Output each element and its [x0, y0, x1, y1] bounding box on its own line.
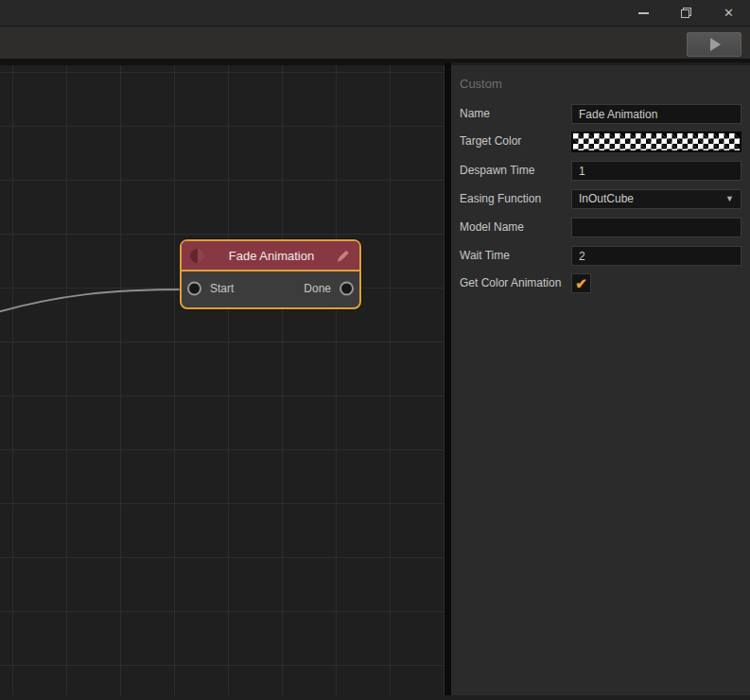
field-label-target-color: Target Color: [460, 131, 521, 151]
chevron-down-icon: ▼: [725, 190, 734, 208]
field-label-easing-function: Easing Function: [460, 189, 541, 209]
toolbar: [0, 26, 750, 62]
titlebar: ✕: [0, 0, 750, 26]
animation-node-icon: [190, 249, 204, 263]
edit-pencil-icon[interactable]: [339, 251, 349, 261]
output-port-label: Done: [304, 282, 331, 295]
panel-splitter[interactable]: [445, 62, 451, 695]
play-button[interactable]: [687, 32, 741, 57]
name-input[interactable]: [571, 104, 741, 124]
restore-button[interactable]: [665, 0, 707, 26]
node-fade-animation[interactable]: Fade Animation Start Done: [180, 239, 361, 309]
get-color-animation-checkbox[interactable]: ✔: [571, 273, 591, 293]
app-window: ✕ Fade Animation Start Done: [0, 0, 750, 700]
close-icon: ✕: [724, 7, 734, 19]
output-port-done[interactable]: [340, 282, 354, 296]
restore-icon: [681, 8, 691, 18]
node-title: Fade Animation: [204, 249, 339, 263]
model-name-input[interactable]: [571, 218, 741, 237]
wait-time-input[interactable]: [571, 246, 741, 266]
despawn-time-input[interactable]: [571, 161, 741, 181]
node-header: Fade Animation: [182, 241, 359, 271]
close-button[interactable]: ✕: [707, 0, 750, 26]
field-label-get-color-animation: Get Color Animation: [460, 273, 561, 293]
input-port-label: Start: [210, 282, 234, 295]
node-body: Start Done: [182, 271, 359, 306]
target-color-swatch[interactable]: [571, 131, 741, 152]
field-label-name: Name: [460, 104, 490, 124]
play-icon: [710, 38, 721, 51]
easing-function-value: InOutCube: [579, 192, 634, 205]
node-canvas[interactable]: Fade Animation Start Done: [0, 62, 445, 695]
checkmark-icon: ✔: [575, 276, 587, 290]
inspector-section-title: Custom: [460, 77, 502, 91]
input-port-start[interactable]: [187, 282, 201, 296]
minimize-button[interactable]: [622, 0, 665, 26]
field-label-despawn-time: Despawn Time: [460, 161, 534, 181]
inspector-panel: Custom Name Target Color Despawn Time Ea…: [451, 62, 750, 695]
easing-function-select[interactable]: InOutCube ▼: [571, 189, 741, 209]
field-label-wait-time: Wait Time: [460, 246, 510, 266]
field-label-model-name: Model Name: [460, 218, 524, 237]
connection-wire: [0, 65, 445, 695]
minimize-icon: [638, 12, 649, 14]
